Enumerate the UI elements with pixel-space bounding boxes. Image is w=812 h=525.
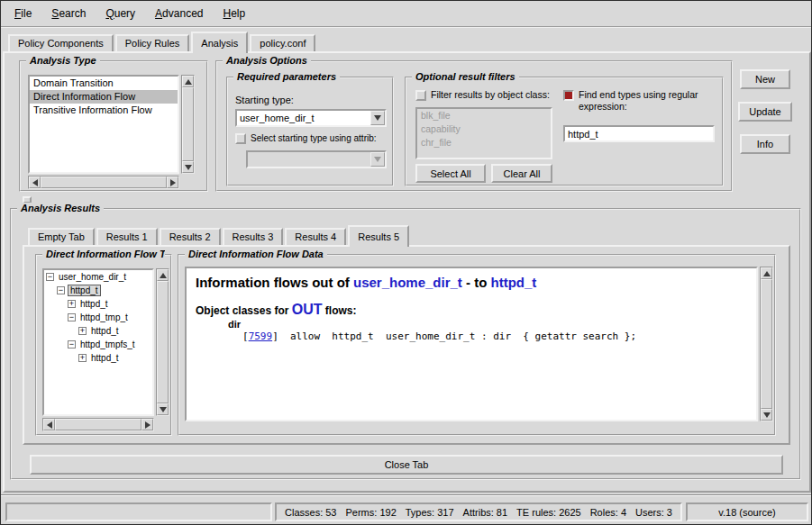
scrollbar-thumb[interactable] — [41, 177, 167, 188]
filter-by-class-checkbox[interactable] — [415, 90, 426, 101]
tree-node-label[interactable]: httpd_tmpfs_t — [78, 339, 137, 349]
scrollbar-trough[interactable] — [761, 279, 772, 409]
expander-plus-icon[interactable] — [78, 354, 87, 362]
scrollbar-thumb[interactable] — [55, 419, 141, 430]
update-button[interactable]: Update — [738, 102, 792, 122]
close-tab-button[interactable]: Close Tab — [30, 455, 783, 475]
stat-roles: Roles: 4 — [586, 507, 631, 518]
scrollbar-trough[interactable] — [157, 281, 169, 403]
tab-results-1[interactable]: Results 1 — [96, 228, 158, 245]
clear-all-button[interactable]: Clear All — [491, 164, 552, 183]
flow-tree-vscrollbar[interactable] — [156, 268, 169, 416]
expander-minus-icon[interactable] — [46, 273, 54, 281]
classes-prefix: Object classes for — [196, 304, 292, 317]
scroll-right-arrow-icon[interactable] — [167, 177, 178, 188]
flow-data-vscrollbar[interactable] — [760, 267, 773, 421]
regex-checkbox-label[interactable]: Find end types using regular expression: — [579, 89, 718, 113]
scrollbar-thumb[interactable] — [761, 279, 772, 409]
tree-node[interactable]: httpd_t — [44, 324, 152, 338]
starting-type-combobox[interactable]: user_home_dir_t — [235, 109, 387, 127]
regex-checkbox-checked[interactable] — [563, 90, 574, 101]
up-triangle-icon — [185, 79, 192, 85]
tree-node[interactable]: user_home_dir_t — [44, 270, 152, 284]
info-button[interactable]: Info — [740, 134, 790, 154]
attrib-checkbox-label[interactable]: Select starting type using attrib: — [251, 132, 377, 144]
scroll-up-arrow-icon[interactable] — [157, 269, 169, 281]
required-parameters-title: Required parameters — [233, 71, 340, 82]
heading-mid: - to — [462, 275, 491, 290]
analysis-type-vscrollbar[interactable] — [181, 75, 195, 174]
down-triangle-icon — [160, 407, 167, 412]
tree-node-selected[interactable]: httpd_t — [44, 284, 152, 297]
main-tab-bar: Policy Components Policy Rules Analysis … — [8, 32, 317, 53]
stat-perms: Perms: 192 — [342, 507, 401, 518]
tree-node-label[interactable]: httpd_tmp_t — [78, 312, 130, 322]
scrollbar-trough[interactable] — [41, 177, 167, 188]
scrollbar-thumb[interactable] — [182, 87, 194, 161]
tree-node[interactable]: httpd_t — [44, 351, 152, 365]
scrollbar-trough[interactable] — [55, 419, 141, 430]
expander-plus-icon[interactable] — [68, 300, 76, 308]
analysis-options-group: Analysis Options Required parameters Sta… — [215, 60, 733, 192]
scroll-right-arrow-icon[interactable] — [141, 419, 153, 430]
scroll-down-arrow-icon[interactable] — [761, 409, 772, 421]
tab-results-4[interactable]: Results 4 — [285, 228, 346, 245]
tab-policy-rules[interactable]: Policy Rules — [115, 34, 190, 51]
tree-node-label[interactable]: httpd_t — [89, 353, 121, 363]
tab-results-2[interactable]: Results 2 — [160, 228, 221, 245]
scroll-left-arrow-icon[interactable] — [29, 177, 41, 188]
scroll-left-arrow-icon[interactable] — [43, 419, 55, 430]
analysis-type-item[interactable]: Domain Transition — [30, 77, 178, 90]
flow-heading: Information flows out of user_home_dir_t… — [196, 275, 747, 290]
right-triangle-icon — [170, 179, 176, 186]
flow-tree: user_home_dir_t httpd_t httpd_t httpd_tm… — [42, 268, 154, 416]
tree-node-label[interactable]: httpd_t — [78, 299, 110, 309]
menu-search[interactable]: Search — [41, 5, 96, 22]
analysis-type-group: Analysis Type Domain Transition Direct I… — [19, 60, 208, 192]
expander-minus-icon[interactable] — [57, 286, 65, 294]
analysis-type-item-selected[interactable]: Direct Information Flow — [30, 90, 178, 104]
select-all-button[interactable]: Select All — [415, 164, 486, 183]
stat-attribs: Attribs: 81 — [459, 507, 513, 518]
menu-file[interactable]: File — [5, 5, 41, 22]
tree-node[interactable]: httpd_tmpfs_t — [44, 338, 152, 351]
menu-help[interactable]: Help — [213, 5, 255, 22]
expander-minus-icon[interactable] — [68, 340, 76, 348]
new-button[interactable]: New — [740, 69, 790, 89]
scroll-down-arrow-icon[interactable] — [157, 403, 169, 415]
menu-advanced[interactable]: Advanced — [145, 5, 213, 22]
tab-results-5[interactable]: Results 5 — [348, 225, 409, 247]
combobox-dropdown-button[interactable] — [370, 111, 385, 125]
filter-by-class-label[interactable]: Filter results by object class: — [431, 89, 550, 101]
attrib-checkbox[interactable] — [235, 133, 246, 144]
menu-bar: File Search Query Advanced Help — [1, 1, 811, 28]
expander-plus-icon[interactable] — [78, 327, 87, 335]
expander-minus-icon[interactable] — [68, 313, 76, 321]
up-triangle-icon — [763, 271, 771, 276]
regex-input[interactable] — [563, 125, 715, 142]
tree-node-label[interactable]: user_home_dir_t — [57, 272, 128, 282]
scroll-up-arrow-icon[interactable] — [761, 267, 772, 279]
analysis-type-item[interactable]: Transitive Information Flow — [30, 104, 178, 117]
scrollbar-thumb[interactable] — [157, 281, 169, 403]
tab-policy-components[interactable]: Policy Components — [8, 34, 114, 51]
tree-node-label[interactable]: httpd_t — [68, 285, 101, 296]
scrollbar-trough[interactable] — [182, 87, 194, 161]
optional-result-filters-group: Optional result filters Filter results b… — [405, 77, 724, 186]
tree-node-label[interactable]: httpd_t — [89, 326, 121, 336]
tab-policy-conf[interactable]: policy.conf — [250, 34, 315, 51]
rule-line: [7599] allow httpd_t user_home_dir_t : d… — [242, 330, 747, 342]
tree-node[interactable]: httpd_tmp_t — [44, 311, 152, 324]
tab-analysis[interactable]: Analysis — [191, 32, 248, 53]
tree-node[interactable]: httpd_t — [44, 297, 152, 311]
right-triangle-icon — [145, 421, 151, 429]
rule-number-link[interactable]: 7599 — [249, 330, 273, 342]
tab-empty-tab[interactable]: Empty Tab — [28, 228, 95, 245]
scroll-down-arrow-icon[interactable] — [182, 161, 194, 173]
flow-tree-hscrollbar[interactable] — [42, 418, 154, 431]
scroll-up-arrow-icon[interactable] — [182, 76, 194, 87]
analysis-type-hscrollbar[interactable] — [28, 176, 179, 189]
tab-results-3[interactable]: Results 3 — [223, 228, 284, 245]
menu-query[interactable]: Query — [96, 5, 145, 22]
left-triangle-icon — [47, 421, 52, 429]
